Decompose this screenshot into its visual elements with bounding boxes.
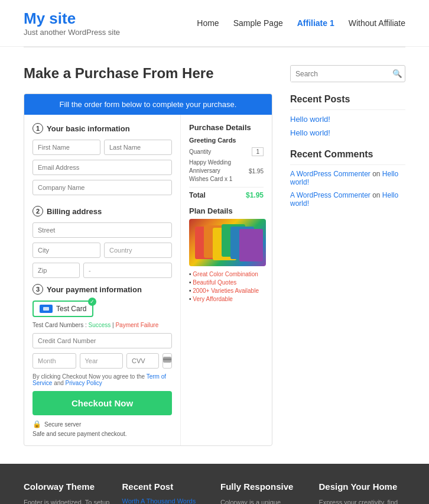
feature-4: • Very Affordable xyxy=(189,296,264,302)
site-footer: Colorway Theme Footer is widgetized. To … xyxy=(0,464,429,504)
comment-author-2[interactable]: A WordPress Commenter xyxy=(290,191,370,199)
plan-image xyxy=(189,219,266,266)
recent-post-2[interactable]: Hello world! xyxy=(290,128,405,137)
footer-grid: Colorway Theme Footer is widgetized. To … xyxy=(24,482,405,504)
test-card-success-link[interactable]: Success xyxy=(88,322,110,328)
plan-details-title: Plan Details xyxy=(189,206,264,215)
payment-check-icon: ✓ xyxy=(88,298,96,306)
section2-title: 2 Billing address xyxy=(32,206,172,217)
footer-col-4: Design Your Home Express your creativity… xyxy=(319,482,406,504)
item-price: $1.95 xyxy=(249,168,264,175)
purchase-item-name: Greeting Cards xyxy=(189,137,264,144)
test-card-failure-link[interactable]: Payment Failure xyxy=(115,322,158,328)
main-layout: Make a Purchase From Here Fill the order… xyxy=(0,47,429,464)
last-name-input[interactable] xyxy=(104,140,172,155)
footer-col2-title: Recent Post xyxy=(122,482,209,492)
page-title: Make a Purchase From Here xyxy=(24,65,272,82)
footer-col-3: Fully Responsive Colorway is a unique re… xyxy=(220,482,307,504)
card-info-icon[interactable] xyxy=(162,353,172,369)
purchase-details-title: Purchase Details xyxy=(189,123,264,132)
purchase-price-row: Happy Wedding Anniversary Wishes Card x … xyxy=(189,159,264,183)
site-branding: My site Just another WordPress site xyxy=(24,9,120,37)
recent-comments-title: Recent Comments xyxy=(290,149,405,160)
total-label: Total xyxy=(189,191,206,199)
form-left: 1 Your basic information 2 Billing addre… xyxy=(24,115,180,445)
footer-col1-text: Footer is widgetized. To setup the foote… xyxy=(24,497,110,504)
nav-affiliate1[interactable]: Affiliate 1 xyxy=(297,18,334,28)
cc-number-input[interactable] xyxy=(32,333,172,348)
recent-comments-divider xyxy=(290,164,405,165)
footer-col2-link1[interactable]: Worth A Thousand Words xyxy=(122,497,209,504)
first-name-input[interactable] xyxy=(32,140,100,155)
sidebar: 🔍 Recent Posts Hello world! Hello world!… xyxy=(290,65,405,446)
section1-num: 1 xyxy=(32,123,43,134)
search-box: 🔍 xyxy=(290,65,405,82)
form-body: 1 Your basic information 2 Billing addre… xyxy=(24,115,272,445)
recent-posts-divider xyxy=(290,109,405,110)
total-value: $1.95 xyxy=(246,191,264,199)
pd-divider xyxy=(189,187,264,188)
item-detail: Happy Wedding Anniversary Wishes Card x … xyxy=(189,159,236,183)
cvv-input[interactable] xyxy=(126,353,159,369)
email-input[interactable] xyxy=(32,160,172,175)
footer-col3-title: Fully Responsive xyxy=(220,482,307,492)
quantity-label: Quantity xyxy=(189,148,211,155)
footer-col4-text: Express your creativity, find inspiratio… xyxy=(319,497,406,504)
nav-sample-page[interactable]: Sample Page xyxy=(233,18,283,28)
purchase-qty-row: Quantity 1 xyxy=(189,147,264,156)
card-icon xyxy=(40,305,53,313)
pp-link[interactable]: Privacy Policy xyxy=(66,380,102,386)
country-select[interactable]: Country xyxy=(104,243,172,258)
form-right: Purchase Details Greeting Cards Quantity… xyxy=(180,115,272,445)
nav-home[interactable]: Home xyxy=(197,18,219,28)
recent-posts-title: Recent Posts xyxy=(290,94,405,105)
month-select[interactable]: Month xyxy=(32,353,76,369)
feature-2: • Beautiful Quotes xyxy=(189,279,264,286)
purchase-total-row: Total $1.95 xyxy=(189,191,264,199)
comment-author-1[interactable]: A WordPress Commenter xyxy=(290,170,370,178)
zip-input[interactable] xyxy=(32,263,80,278)
safe-text: Safe and secure payment checkout. xyxy=(32,431,172,437)
form-header: Fill the order form below to complete yo… xyxy=(24,94,272,115)
svg-rect-7 xyxy=(239,229,263,261)
state-select[interactable]: - xyxy=(83,263,172,278)
recent-posts-section: Recent Posts Hello world! Hello world! xyxy=(290,94,405,137)
city-input[interactable] xyxy=(32,243,100,258)
section3-title: 3 Your payment information xyxy=(32,284,172,295)
site-title: My site xyxy=(24,9,120,28)
card-details-row: Month Year xyxy=(32,353,172,369)
recent-comments-section: Recent Comments A WordPress Commenter on… xyxy=(290,149,405,208)
recent-post-1[interactable]: Hello world! xyxy=(290,115,405,124)
secure-note: 🔒 Secure server xyxy=(32,420,172,428)
plan-features: • Great Color Combination • Beautiful Qu… xyxy=(189,271,264,302)
secure-label: Secure server xyxy=(44,421,81,428)
quantity-value: 1 xyxy=(252,147,264,156)
city-country-row: Country xyxy=(32,243,172,258)
section3-num: 3 xyxy=(32,284,43,295)
search-button[interactable]: 🔍 xyxy=(389,66,406,82)
payment-method-card[interactable]: Test Card ✓ xyxy=(32,301,93,317)
site-header: My site Just another WordPress site Home… xyxy=(0,0,429,47)
test-card-note: Test Card Numbers : Success | Payment Fa… xyxy=(32,322,172,328)
year-select[interactable]: Year xyxy=(80,353,124,369)
search-input[interactable] xyxy=(291,66,389,82)
purchase-card: Fill the order form below to complete yo… xyxy=(24,93,272,446)
site-tagline: Just another WordPress site xyxy=(24,28,120,37)
comment-1: A WordPress Commenter on Hello world! xyxy=(290,170,405,186)
company-input[interactable] xyxy=(32,180,172,195)
section1-title: 1 Your basic information xyxy=(32,123,172,134)
content-area: Make a Purchase From Here Fill the order… xyxy=(24,65,272,446)
agreement-text: By clicking Checkout Now you agree to th… xyxy=(32,373,172,386)
feature-3: • 2000+ Varieties Available xyxy=(189,287,264,294)
checkout-button[interactable]: Checkout Now xyxy=(32,391,172,415)
main-nav: Home Sample Page Affiliate 1 Without Aff… xyxy=(197,18,405,28)
street-input[interactable] xyxy=(32,222,172,238)
feature-1: • Great Color Combination xyxy=(189,271,264,277)
footer-col-1: Colorway Theme Footer is widgetized. To … xyxy=(24,482,110,504)
footer-col1-title: Colorway Theme xyxy=(24,482,110,492)
nav-without-affiliate[interactable]: Without Affiliate xyxy=(349,18,405,28)
comment-2: A WordPress Commenter on Hello world! xyxy=(290,191,405,208)
name-row xyxy=(32,140,172,155)
section2-num: 2 xyxy=(32,206,43,217)
payment-method-label: Test Card xyxy=(56,305,86,313)
